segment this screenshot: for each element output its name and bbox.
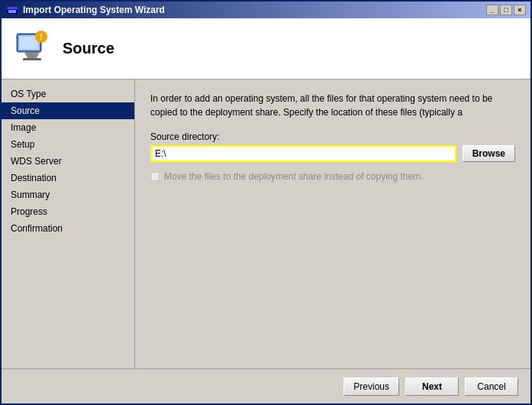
wizard-body: OS Type Source Image Setup WDS Server De…	[2, 79, 530, 368]
sidebar-item-setup[interactable]: Setup	[2, 136, 134, 153]
sidebar-item-summary[interactable]: Summary	[2, 186, 134, 203]
move-files-checkbox[interactable]	[150, 172, 160, 181]
wizard-footer: Previous Next Cancel	[2, 368, 530, 403]
wizard-window: Import Operating System Wizard _ □ × ! S…	[0, 0, 532, 405]
sidebar-item-source[interactable]: Source	[2, 102, 134, 119]
move-files-row: Move the files to the deployment share i…	[150, 171, 515, 182]
source-directory-label: Source directory:	[150, 131, 515, 142]
sidebar-item-wds-server[interactable]: WDS Server	[2, 153, 134, 170]
move-files-label: Move the files to the deployment share i…	[164, 171, 424, 182]
window-title: Import Operating System Wizard	[23, 5, 165, 15]
next-button[interactable]: Next	[405, 377, 459, 396]
source-directory-group: Source directory: Browse	[150, 131, 515, 162]
previous-button[interactable]: Previous	[343, 377, 399, 396]
svg-rect-1	[7, 7, 18, 9]
cancel-button[interactable]: Cancel	[465, 377, 518, 396]
sidebar-item-destination[interactable]: Destination	[2, 170, 134, 186]
title-bar-left: Import Operating System Wizard	[6, 4, 165, 16]
header-computer-icon: !	[14, 31, 50, 67]
wizard-header-title: Source	[63, 40, 114, 57]
title-bar: Import Operating System Wizard _ □ ×	[2, 2, 530, 18]
main-content: In order to add an operating system, all…	[135, 79, 530, 368]
sidebar-item-progress[interactable]: Progress	[2, 203, 134, 220]
window-icon	[6, 4, 18, 16]
close-button[interactable]: ×	[514, 5, 526, 15]
svg-rect-7	[23, 58, 41, 60]
svg-rect-2	[8, 10, 16, 13]
maximize-button[interactable]: □	[500, 5, 512, 15]
minimize-button[interactable]: _	[486, 5, 498, 15]
source-directory-input[interactable]	[150, 145, 456, 162]
sidebar-item-image[interactable]: Image	[2, 119, 134, 136]
title-bar-buttons: _ □ ×	[486, 5, 526, 15]
sidebar-item-os-type[interactable]: OS Type	[2, 86, 134, 102]
svg-marker-6	[24, 52, 40, 58]
browse-button[interactable]: Browse	[463, 145, 515, 162]
svg-text:!: !	[40, 33, 42, 41]
description-text: In order to add an operating system, all…	[150, 92, 515, 119]
sidebar-item-confirmation[interactable]: Confirmation	[2, 220, 134, 237]
source-directory-row: Browse	[150, 145, 515, 162]
sidebar: OS Type Source Image Setup WDS Server De…	[2, 79, 135, 368]
wizard-header: ! Source	[2, 18, 530, 79]
